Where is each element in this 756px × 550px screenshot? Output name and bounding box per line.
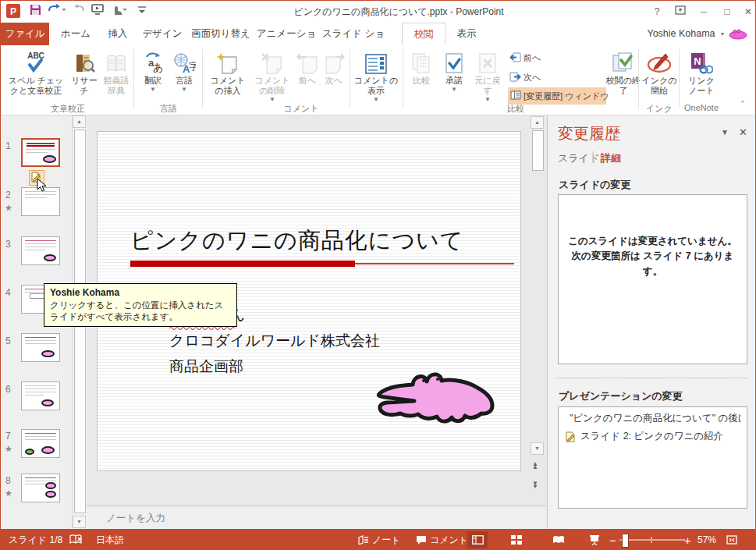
zoom-level[interactable]: 57% bbox=[697, 529, 716, 550]
svg-text:N: N bbox=[694, 55, 701, 67]
research-icon bbox=[68, 48, 101, 76]
previous-slide-button[interactable]: ▲▲ bbox=[532, 463, 538, 470]
previous-comment-button[interactable]: 前へ bbox=[295, 48, 320, 112]
tab-transitions[interactable]: 画面切り替え bbox=[188, 23, 254, 45]
slide-number: 1 bbox=[5, 140, 18, 151]
notes-placeholder[interactable]: ノートを入力 bbox=[106, 512, 165, 525]
revision-list-item[interactable]: "ピンクのワニの商品化について" の後に... bbox=[565, 412, 740, 425]
pane-close-icon[interactable]: ✕ bbox=[739, 126, 747, 138]
scroll-up-icon[interactable]: ▲ bbox=[73, 115, 86, 128]
compare-button[interactable]: 比較 bbox=[406, 48, 437, 112]
scroll-down-icon[interactable]: ▼ bbox=[531, 442, 544, 455]
zoom-slider-thumb[interactable] bbox=[622, 534, 629, 548]
slide-body-line[interactable]: 商品企画部 bbox=[169, 357, 243, 377]
touch-mode-button[interactable] bbox=[107, 4, 130, 20]
group-separator bbox=[202, 49, 203, 108]
pane-menu-icon[interactable]: ▼ bbox=[721, 128, 729, 137]
research-button[interactable]: リサーチ bbox=[68, 48, 101, 112]
language-status[interactable]: 日本語 bbox=[96, 529, 124, 550]
collapse-ribbon-icon[interactable]: ⌃ bbox=[740, 100, 746, 108]
previous-change-button[interactable]: 前へ bbox=[509, 50, 541, 66]
redo-button[interactable] bbox=[71, 4, 88, 20]
window-title: ピンクのワニの商品化について.pptx - PowerPoint bbox=[235, 5, 563, 19]
notes-pane[interactable]: ノートを入力 bbox=[87, 506, 547, 529]
language-button[interactable]: A字 言語 ▼ bbox=[169, 48, 199, 112]
slide-thumbnail-6[interactable] bbox=[21, 381, 60, 410]
qat-customize-button[interactable] bbox=[133, 4, 151, 20]
account-dropdown-icon[interactable]: ▾ bbox=[719, 23, 726, 45]
tab-view[interactable]: 表示 bbox=[447, 23, 486, 45]
zoom-slider-track[interactable] bbox=[619, 539, 685, 541]
editor-scrollbar-thumb[interactable] bbox=[532, 130, 544, 171]
svg-text:P: P bbox=[10, 6, 16, 17]
normal-view-button[interactable] bbox=[467, 531, 488, 548]
slide-thumbnail-7[interactable] bbox=[21, 429, 60, 458]
tab-insert[interactable]: 挿入 bbox=[99, 23, 137, 45]
linked-notes-button[interactable]: N リンク ノート bbox=[683, 48, 720, 112]
minimize-button[interactable]: ─ bbox=[694, 3, 714, 20]
translate-button[interactable]: aあ 翻訳 ▼ bbox=[138, 48, 168, 112]
start-inking-button[interactable]: インクの開始 bbox=[641, 48, 677, 112]
group-separator bbox=[133, 49, 134, 108]
comments-icon bbox=[416, 535, 427, 545]
slide-thumbnail-5[interactable] bbox=[21, 333, 60, 362]
tab-file[interactable]: ファイル bbox=[1, 23, 49, 45]
start-from-beginning-button[interactable] bbox=[89, 4, 106, 20]
scroll-up-icon[interactable]: ▲ bbox=[531, 116, 544, 129]
tab-home[interactable]: ホーム bbox=[54, 23, 98, 45]
end-review-button[interactable]: 校閲の終了 bbox=[605, 48, 641, 112]
thesaurus-button[interactable]: 類義語辞典 bbox=[101, 48, 132, 112]
show-comments-button[interactable]: コメントの表示 ▼ bbox=[353, 48, 399, 112]
close-button[interactable]: ✕ bbox=[738, 3, 756, 20]
editor-scrollbar[interactable]: ▲ ▼ ▲▲ ▼▼ bbox=[531, 115, 546, 529]
reviewing-pane-button[interactable]: [変更履歴] ウィンドウ bbox=[508, 87, 606, 105]
previous-comment-icon bbox=[295, 48, 320, 76]
ribbon-display-options-button[interactable] bbox=[670, 3, 690, 20]
help-button[interactable]: ? bbox=[647, 3, 667, 20]
delete-comment-button[interactable]: コメントの削除 ▼ bbox=[251, 48, 293, 112]
title-bar: P ピンクのワニの商品化について.pptx - PowerPoint ? ─ □… bbox=[1, 1, 755, 23]
tab-slideshow[interactable]: スライド ショー bbox=[319, 23, 388, 45]
undo-button[interactable] bbox=[45, 4, 69, 20]
slide-counter[interactable]: スライド 1/8 bbox=[9, 529, 62, 550]
tab-animations[interactable]: アニメーション bbox=[255, 23, 318, 45]
zoom-out-button[interactable]: − bbox=[609, 529, 616, 550]
pink-crocodile-drawing[interactable] bbox=[374, 362, 499, 429]
fit-to-window-button[interactable] bbox=[722, 531, 742, 548]
revisions-pane: 変更履歴 ▼ ✕ スライド | 詳細 スライドの変更 このスライドは変更されてい… bbox=[547, 115, 756, 529]
proofing-status-icon[interactable] bbox=[69, 529, 83, 550]
slide-thumbnail-8[interactable] bbox=[21, 474, 60, 502]
maximize-button[interactable]: □ bbox=[717, 3, 737, 20]
slide-number: 7 bbox=[5, 431, 18, 442]
group-label-proofing: 文章校正 bbox=[13, 103, 122, 114]
previous-change-icon bbox=[509, 52, 521, 64]
slide-body-line[interactable]: クロコダイルワールド株式会社 bbox=[169, 331, 380, 351]
zoom-in-button[interactable]: + bbox=[684, 529, 691, 550]
slide-sorter-view-button[interactable] bbox=[506, 531, 527, 548]
slideshow-view-button[interactable] bbox=[584, 531, 605, 548]
next-slide-button[interactable]: ▼▼ bbox=[532, 482, 538, 489]
next-change-button[interactable]: 次へ bbox=[509, 69, 541, 85]
revision-list-item[interactable]: スライド 2: ピンクのワニの紹介 bbox=[565, 430, 740, 443]
tooltip-body: クリックすると、この位置に挿入されたスライドがすべて表示されます。 bbox=[50, 300, 223, 321]
dropdown-arrow: ▼ bbox=[251, 97, 293, 103]
slide-thumbnail-3[interactable] bbox=[21, 236, 60, 265]
tab-details[interactable]: 詳細 bbox=[601, 151, 621, 165]
svg-text:字: 字 bbox=[189, 61, 196, 72]
notes-toggle[interactable]: ノート bbox=[358, 529, 401, 550]
account-avatar-crocodile-icon[interactable] bbox=[728, 29, 748, 43]
scroll-down-icon[interactable]: ▼ bbox=[73, 516, 86, 528]
tab-review[interactable]: 校閲 bbox=[402, 23, 445, 45]
reject-button[interactable]: 元に戻す ▼ bbox=[470, 48, 505, 112]
account-name[interactable]: Yoshie Kohama bbox=[642, 23, 720, 45]
reading-view-button[interactable] bbox=[548, 531, 569, 548]
accept-button[interactable]: 承諾 ▼ bbox=[438, 48, 470, 112]
new-comment-button[interactable]: コメントの挿入 bbox=[206, 48, 250, 112]
next-comment-button[interactable]: 次へ bbox=[321, 48, 346, 112]
comments-toggle[interactable]: コメント bbox=[416, 529, 468, 550]
slide-thumbnail-1[interactable] bbox=[21, 138, 60, 167]
tab-design[interactable]: デザイン bbox=[138, 23, 186, 45]
slide-title-text[interactable]: ピンクのワニの商品化について bbox=[130, 225, 463, 257]
spell-check-button[interactable]: ABC スペル チェックと文章校正 bbox=[5, 48, 66, 112]
save-button[interactable] bbox=[27, 4, 44, 20]
